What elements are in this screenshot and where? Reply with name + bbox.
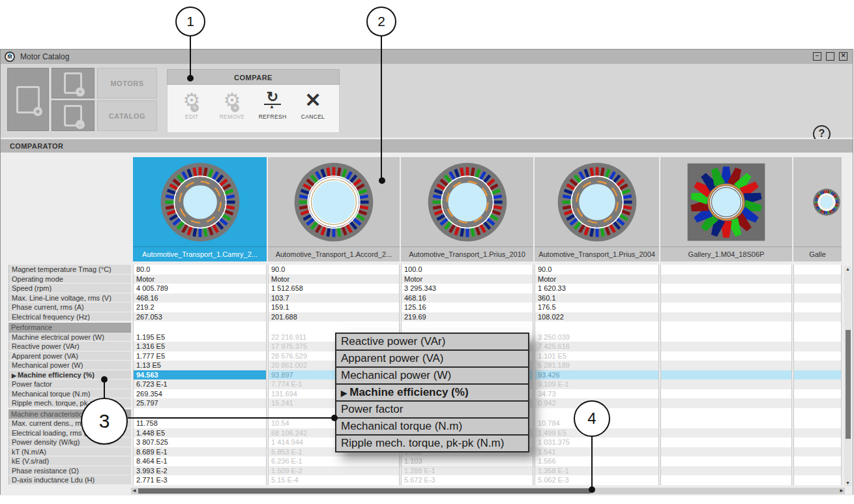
table-cell: 5 281.189 (535, 361, 658, 370)
button-label: REMOVE (220, 113, 245, 120)
row-label[interactable]: Mechanical power (W) (8, 361, 131, 370)
vertical-scrollbar[interactable]: ▲ ▼ (844, 266, 851, 486)
book-star-icon: ★ (16, 86, 40, 113)
catalog-star-button[interactable]: ★ (7, 68, 49, 131)
table-cell: 7 425.616 (535, 342, 658, 351)
scroll-up-icon[interactable]: ▲ (844, 266, 851, 273)
motor-column-header[interactable]: Automotive_Transport_1.Camry_2... (133, 157, 267, 261)
row-label[interactable]: Phase resistance (Ω) (8, 466, 131, 476)
row-label[interactable]: Apparent power (VA) (8, 351, 131, 361)
callout-line (128, 417, 334, 419)
table-cell: 267.053 (134, 312, 266, 322)
refresh-button[interactable]: ↻▲REFRESH (254, 87, 291, 130)
motor-column-header[interactable]: Galle (793, 157, 842, 261)
row-label[interactable]: Machine electrical power (W) (8, 333, 131, 342)
motor-column-header[interactable]: Automotive_Transport_1.Prius_2004 (535, 157, 659, 261)
table-cell (661, 361, 791, 370)
motor-name[interactable]: Automotive_Transport_1.Prius_2004 (535, 246, 659, 261)
popup-item[interactable]: Power factor (335, 400, 529, 417)
row-label[interactable]: ▶Machine efficiency (%) (8, 370, 131, 380)
comparator-content: Automotive_Transport_1.Camry_2...Automot… (1, 153, 853, 496)
vertical-scrollbar-thumb[interactable] (846, 330, 851, 439)
table-cell (794, 303, 841, 312)
section-row-spacer (535, 323, 658, 333)
motor-name[interactable]: Automotive_Transport_1.Camry_2... (133, 246, 267, 261)
table-cell (661, 475, 791, 485)
callout-circle-2: 2 (366, 7, 396, 37)
row-label[interactable]: Max. Line-Line voltage, rms (V) (8, 293, 131, 303)
table-cell: 468.16 (134, 293, 266, 303)
cancel-button[interactable]: ✕CANCEL (295, 87, 331, 130)
motor-thumbnail[interactable] (535, 157, 659, 246)
popup-item[interactable]: Ripple mech. torque, pk-pk (N.m) (335, 434, 529, 452)
table-cell: 93.426 (535, 370, 658, 380)
horizontal-scrollbar-thumb[interactable] (138, 488, 591, 494)
motor-column-header[interactable]: Gallery_1.M04_18S06P (660, 157, 792, 261)
popup-item[interactable]: Mechanical power (W) (335, 366, 529, 383)
motor-thumbnail[interactable] (133, 157, 267, 246)
table-cell: 1.566 (535, 456, 658, 466)
row-label[interactable]: Electrical frequency (Hz) (8, 312, 131, 322)
scroll-down-icon[interactable]: ▼ (844, 480, 851, 486)
row-label[interactable]: Phase current, rms (A) (8, 303, 131, 312)
gear-cross-icon: ⚙✕ (224, 88, 241, 113)
table-cell (794, 428, 841, 438)
row-label[interactable]: Mechanical torque (N.m) (8, 389, 131, 399)
motor-thumbnail[interactable] (268, 157, 400, 246)
button-label: REFRESH (259, 113, 287, 120)
remove-button[interactable]: ⚙✕REMOVE (214, 87, 250, 130)
motor-thumbnail[interactable] (401, 157, 533, 246)
table-cell: 269.354 (134, 389, 266, 399)
callout-dot (187, 75, 194, 82)
close-button[interactable]: ✕ (839, 52, 847, 61)
section-row-label: Performance (8, 323, 131, 333)
table-cell: 3 295.343 (402, 284, 533, 293)
motor-cross-section (156, 158, 244, 246)
row-label[interactable]: kT (N.m/A) (8, 447, 131, 457)
table-cell (661, 333, 791, 342)
motor-name[interactable]: Gallery_1.M04_18S06P (660, 246, 792, 261)
popup-item[interactable]: Mechanical torque (N.m) (335, 417, 529, 434)
table-cell (661, 342, 791, 351)
motor-value-column (660, 265, 792, 485)
motors-button[interactable]: MOTORS (97, 68, 157, 98)
row-label[interactable]: Operating mode (8, 274, 131, 284)
refresh-arrows-icon: ↻▲ (264, 88, 281, 113)
row-label[interactable]: Reactive power (VAr) (8, 342, 131, 351)
popup-item[interactable]: Apparent power (VA) (335, 349, 529, 366)
motor-name[interactable]: Automotive_Transport_1.Prius_2010 (401, 246, 533, 261)
callout-dot (589, 486, 595, 493)
titlebar: M Motor Catalog – ✕ (1, 50, 853, 65)
table-cell: 219.69 (402, 312, 533, 322)
horizontal-scrollbar[interactable]: ◄ ► (131, 488, 845, 494)
popup-item[interactable]: Reactive power (VAr) (335, 333, 529, 349)
table-cell: 34.73 (535, 389, 658, 399)
motor-name[interactable]: Automotive_Transport_1.Accord_2... (268, 246, 400, 261)
cross-icon: ✕ (304, 88, 321, 113)
window-title: Motor Catalog (20, 52, 69, 61)
row-label[interactable]: Magnet temperature Tmag (°C) (8, 265, 131, 274)
scroll-right-icon[interactable]: ► (838, 488, 845, 494)
popup-item[interactable]: ▶Machine efficiency (%) (335, 383, 529, 400)
minimize-button[interactable]: – (813, 52, 821, 61)
motor-column-header[interactable]: Automotive_Transport_1.Prius_2010 (401, 157, 533, 261)
row-label[interactable]: Power factor (8, 379, 131, 389)
motor-cross-section (683, 158, 770, 246)
maximize-button[interactable] (826, 52, 834, 61)
catalog-add-button[interactable]: + (52, 68, 95, 98)
catalog-import-button[interactable]: ← (52, 100, 95, 131)
callout-line (190, 37, 191, 77)
row-label[interactable]: Speed (rpm) (8, 284, 131, 293)
callout-dot (379, 177, 385, 184)
table-cell: 125.16 (402, 303, 533, 312)
row-label[interactable]: kE (V.s/rad) (8, 456, 131, 466)
motor-name[interactable]: Galle (793, 246, 842, 261)
motor-thumbnail[interactable] (793, 157, 842, 246)
motor-column-header[interactable]: Automotive_Transport_1.Accord_2... (268, 157, 400, 261)
row-label[interactable]: D-axis inductance Ldu (H) (8, 475, 131, 485)
scroll-left-icon[interactable]: ◄ (131, 488, 138, 494)
edit-button[interactable]: ⚙✎EDIT (173, 87, 210, 130)
motor-cross-section (424, 158, 511, 246)
catalog-button[interactable]: CATALOG (97, 100, 157, 131)
motor-thumbnail[interactable] (660, 157, 792, 246)
